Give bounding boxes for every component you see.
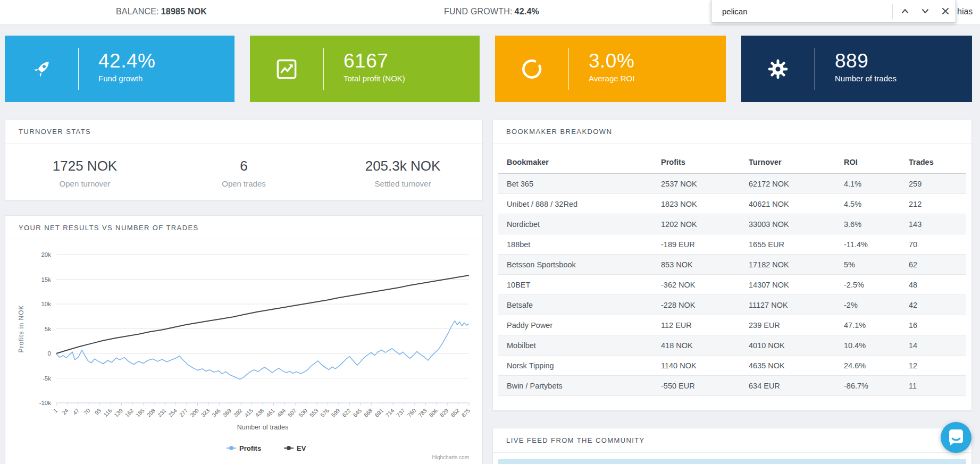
column-header: ROI: [835, 150, 900, 174]
bookmaker-breakdown-panel: BOOKMAKER BREAKDOWN Bookmaker Profits Tu…: [492, 119, 972, 411]
live-feed-panel: LIVE FEED FROM THE COMMUNITY: [492, 428, 972, 464]
legend-item-ev[interactable]: EV: [284, 444, 306, 452]
y-axis-title: Profits in NOK: [18, 305, 25, 352]
table-row: Bet 3652537 NOK62172 NOK4.1%259: [498, 174, 966, 194]
stat-label: Open turnover: [5, 179, 164, 188]
x-tick-label: 530: [297, 407, 308, 418]
results-chart: 20k15k10k5k0-5k-10k124477093116139162185…: [12, 242, 480, 464]
table-cell: 259: [900, 174, 966, 194]
live-feed-title: LIVE FEED FROM THE COMMUNITY: [493, 428, 971, 453]
find-bar-divider: [892, 4, 893, 19]
x-tick-label: 346: [211, 407, 222, 418]
x-tick-label: 691: [373, 407, 384, 418]
x-axis-title: Number of trades: [237, 424, 289, 431]
table-cell: -86.7%: [835, 376, 900, 396]
x-tick-label: 415: [243, 407, 254, 418]
table-cell: 11: [900, 376, 966, 396]
y-tick-label: 5k: [45, 326, 51, 332]
fund-growth-card: 42.4% Fund growth: [5, 36, 234, 102]
chat-launcher-button[interactable]: [941, 422, 971, 453]
x-tick-label: 116: [102, 407, 113, 418]
find-close-button[interactable]: [935, 2, 956, 20]
find-next-button[interactable]: [915, 2, 935, 20]
table-cell: 1655 EUR: [740, 234, 835, 255]
y-tick-label: 0: [48, 350, 51, 357]
table-cell: 112 EUR: [652, 315, 740, 335]
x-tick-label: 162: [123, 407, 135, 418]
table-cell: Unibet / 888 / 32Red: [498, 194, 652, 214]
table-cell: 634 EUR: [740, 376, 835, 396]
table-cell: 17182 NOK: [740, 255, 835, 275]
gear-icon: [767, 58, 789, 80]
card-value: 889: [835, 49, 897, 73]
chat-bubble-icon: [948, 429, 964, 446]
x-tick-label: 645: [351, 407, 363, 418]
x-tick-label: 392: [232, 407, 244, 418]
table-cell: -362 NOK: [652, 275, 740, 295]
table-cell: 1823 NOK: [652, 194, 740, 214]
balance-value: 18985 NOK: [161, 7, 207, 16]
table-cell: 40621 NOK: [740, 194, 835, 214]
x-tick-label: 47: [72, 407, 81, 416]
x-tick-label: 852: [449, 407, 460, 418]
rocket-icon: [30, 58, 53, 80]
y-tick-label: -10k: [39, 400, 52, 406]
x-tick-label: 507: [287, 407, 298, 418]
table-row: Betsafe-228 NOK11127 NOK-2%42: [498, 295, 966, 315]
table-cell: -2.5%: [835, 275, 900, 295]
table-cell: 42: [900, 295, 966, 315]
x-tick-label: 300: [189, 407, 200, 418]
x-tick-label: 93: [93, 407, 102, 416]
chevron-down-icon: [920, 6, 930, 16]
table-cell: Betsafe: [498, 295, 652, 315]
table-header-row: Bookmaker Profits Turnover ROI Trades: [498, 150, 966, 174]
stat-value: 205.3k NOK: [323, 158, 482, 174]
card-label: Average ROI: [589, 73, 634, 85]
table-row: Paddy Power112 EUR239 EUR47.1%16: [498, 315, 966, 335]
table-cell: 70: [900, 234, 966, 255]
table-cell: Bet 365: [498, 174, 652, 194]
x-tick-label: 1: [52, 407, 59, 414]
x-tick-label: 622: [341, 407, 352, 418]
circular-arrow-icon: [521, 58, 543, 80]
card-value: 3.0%: [589, 49, 634, 73]
table-cell: -189 EUR: [652, 234, 740, 255]
table-cell: 1140 NOK: [652, 356, 740, 376]
net-results-panel: YOUR NET RESULTS VS NUMBER OF TRADES 20k…: [5, 215, 483, 464]
table-cell: 24.6%: [835, 356, 900, 376]
turnover-stats-title: TURNOVER STATS: [5, 120, 482, 144]
bookmaker-table: Bookmaker Profits Turnover ROI Trades Be…: [498, 150, 966, 396]
y-tick-label: 20k: [41, 251, 51, 258]
find-input[interactable]: [711, 7, 892, 16]
x-tick-label: 254: [167, 407, 178, 418]
x-tick-label: 553: [308, 407, 320, 418]
x-tick-label: 806: [428, 407, 439, 418]
card-divider: [323, 48, 324, 90]
table-cell: -550 EUR: [652, 376, 740, 396]
card-divider: [78, 48, 79, 90]
table-cell: -11.4%: [835, 234, 900, 255]
table-cell: -2%: [835, 295, 900, 315]
total-profit-card: 6167 Total profit (NOK): [250, 36, 480, 102]
average-roi-card: 3.0% Average ROI: [495, 36, 726, 102]
legend-item-profits[interactable]: Profits: [227, 444, 261, 452]
x-tick-label: 737: [395, 407, 406, 418]
series-profits: [56, 321, 469, 379]
x-tick-label: 231: [156, 407, 167, 418]
x-tick-label: 70: [82, 407, 91, 416]
table-cell: 143: [900, 214, 966, 234]
table-cell: 14: [900, 335, 966, 356]
stat-value: 1725 NOK: [5, 158, 164, 174]
balance-label: BALANCE:: [116, 7, 159, 16]
find-previous-button[interactable]: [895, 2, 915, 20]
series-ev: [56, 275, 469, 353]
table-cell: 4635 NOK: [740, 356, 835, 376]
table-cell: 212: [900, 194, 966, 214]
column-header: Trades: [900, 150, 966, 174]
highcharts-attribution: Highcharts.com: [432, 454, 469, 460]
table-row: Bwin / Partybets-550 EUR634 EUR-86.7%11: [498, 376, 966, 396]
table-row: Unibet / 888 / 32Red1823 NOK40621 NOK4.5…: [498, 194, 966, 214]
table-row: 10BET-362 NOK14307 NOK-2.5%48: [498, 275, 966, 295]
fund-growth-value: 42.4%: [515, 7, 539, 16]
table-cell: 418 NOK: [652, 335, 740, 356]
